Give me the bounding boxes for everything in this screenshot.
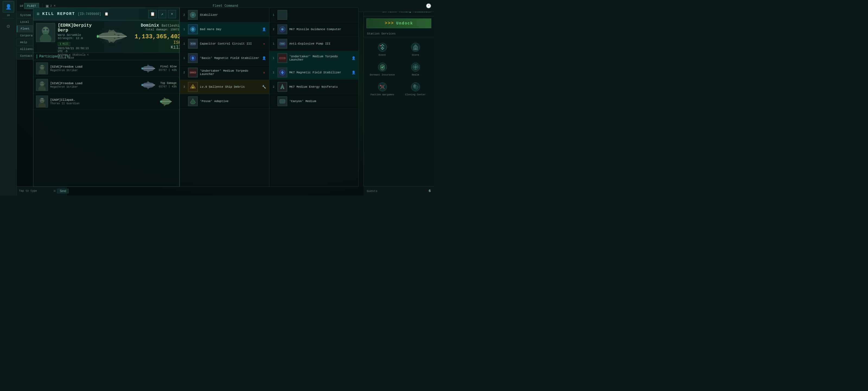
item-qty-l1: 2 xyxy=(183,13,186,17)
svg-point-18 xyxy=(42,66,44,67)
participant-avatar-3 xyxy=(36,95,48,108)
service-realm-label: Realm xyxy=(412,74,419,76)
item-icon-l5 xyxy=(188,67,198,77)
item-row-right-6[interactable]: 2 MK7 Medium Energy Nosferatu xyxy=(269,80,359,94)
fleet-command-label: Fleet Command xyxy=(213,4,238,8)
item-row-left-1[interactable]: 2 Stabilizer xyxy=(180,8,269,22)
item-icon-l1 xyxy=(188,10,198,20)
service-store[interactable]: Store xyxy=(399,39,432,59)
service-event[interactable]: Event xyxy=(366,39,399,59)
window-count: 2 xyxy=(50,4,52,8)
service-realm[interactable]: Realm xyxy=(399,59,432,79)
item-icon-r2 xyxy=(278,24,287,34)
avatar-placeholder xyxy=(36,23,55,42)
send-btn[interactable]: Send xyxy=(57,189,68,193)
item-icon-l7 xyxy=(188,96,198,106)
item-row-left-2[interactable]: 1 Bad Hare Day 👤 xyxy=(180,22,269,37)
kill-report-panel: ≡ KILL REPORT [ID:7499860] 📋 📋 ↗ × xyxy=(33,8,180,187)
item-row-left-5[interactable]: 2 'Undertaker' Medium Torpedo Launcher ✕ xyxy=(180,65,269,80)
service-cloning-icon xyxy=(410,81,421,92)
player-info: [EDRK]Derpity Derp Warp Scramble Strengt… xyxy=(58,23,92,50)
kill-value-area: Dominix Battleship Total damage: 150723 … xyxy=(132,23,181,50)
participant-avatar-2 xyxy=(36,79,48,91)
svg-point-79 xyxy=(380,85,381,86)
item-name-l1: Stabilizer xyxy=(200,13,267,17)
item-row-right-3[interactable]: 1 Anti-Explosive Pump III xyxy=(269,37,359,51)
clock-icon[interactable]: 🕐 xyxy=(426,3,431,9)
participant-ship-2: Megathron Striker xyxy=(50,86,138,88)
item-qty-l5: 2 xyxy=(183,71,186,74)
ship-image-area xyxy=(94,23,130,50)
participant-stats-2: Top Damage 65767 | 43% xyxy=(159,82,177,88)
participant-row[interactable]: [GIVE]Freedom Load Megathron Striker Fin… xyxy=(33,60,179,77)
service-insurance[interactable]: Dormant Insurance xyxy=(366,59,399,79)
item-row-right-1[interactable]: 1 xyxy=(269,8,359,22)
undock-btn[interactable]: >>> Undock xyxy=(367,19,431,28)
service-wargames[interactable]: Faction Wargames xyxy=(366,79,399,99)
clipboard-small-icon: 📋 xyxy=(104,12,108,16)
item-icon-l2 xyxy=(188,24,198,34)
service-event-icon xyxy=(377,42,388,53)
sidebar-settings[interactable]: ⚙ xyxy=(3,20,14,32)
svg-point-69 xyxy=(382,47,383,48)
participant-row-3[interactable]: [SAOF]Illapak. Thorax II Guardian xyxy=(33,93,179,110)
item-row-left-4[interactable]: 1 'Basic' Magnetic Field Stabilizer 👤 xyxy=(180,51,269,65)
chat-input[interactable] xyxy=(19,190,52,193)
item-row-right-7[interactable]: 'Canyon' Medium xyxy=(269,94,359,109)
service-insurance-label: Dormant Insurance xyxy=(370,74,395,76)
item-row-left-6[interactable]: 3 Lv.9 Gallente Ship Debris 🔧 xyxy=(180,80,269,94)
window-close-btn[interactable]: × xyxy=(54,4,56,8)
chat-input-area: ≡ Send xyxy=(17,186,67,196)
participant-blow-2: Top Damage xyxy=(159,82,177,85)
fleet-icon[interactable]: 👤 xyxy=(3,1,14,12)
item-name-r5: MK7 Magnetic Field Stabilizer xyxy=(289,71,349,74)
item-status-l2: 👤 xyxy=(262,27,267,31)
item-status-r4: 👤 xyxy=(351,56,355,60)
svg-point-5 xyxy=(46,29,48,30)
undock-label: Undock xyxy=(396,21,413,26)
participant-row-2[interactable]: [GIVE]Freedom Load Megathron Striker Top… xyxy=(33,77,179,93)
item-qty-r4: 1 xyxy=(272,57,275,60)
service-insurance-icon xyxy=(377,62,388,73)
right-panel: ✦ Tama VII - Moon 9 - Republic Security … xyxy=(364,0,434,196)
item-name-r3: Anti-Explosive Pump III xyxy=(289,42,356,45)
service-cloning-label: Cloning Center xyxy=(405,93,426,96)
chat-send-icon: ≡ xyxy=(54,189,56,193)
item-qty-r5: 1 xyxy=(272,71,275,74)
player-name: [EDRK]Derpity Derp xyxy=(58,23,92,33)
service-realm-icon xyxy=(410,62,421,73)
svg-point-17 xyxy=(40,66,41,67)
export-btn[interactable]: ↗ xyxy=(158,10,166,18)
menu-icon[interactable]: ≡ xyxy=(37,11,40,17)
item-row-left-3[interactable]: 1 Capacitor Control Circuit III ✕ xyxy=(180,37,269,51)
kill-info-area: [EDRK]Derpity Derp Warp Scramble Strengt… xyxy=(33,20,179,53)
participant-dmg-2: 65767 | 43% xyxy=(159,85,177,88)
item-name-l6: Lv.9 Gallente Ship Debris xyxy=(200,85,260,88)
participant-name-2: [GIVE]Freedom Load xyxy=(50,82,138,85)
svg-point-82 xyxy=(415,86,418,89)
kill-badge: 1 Kill xyxy=(58,42,70,46)
ship-class: Battleship xyxy=(162,24,181,28)
item-row-right-5[interactable]: 1 MK7 Magnetic Field Stabilizer 👤 xyxy=(269,65,359,80)
service-cloning[interactable]: Cloning Center xyxy=(399,79,432,99)
service-wargames-label: Faction Wargames xyxy=(371,93,394,96)
participant-avatar-1 xyxy=(36,62,48,75)
ship-name: Dominix xyxy=(141,23,159,28)
close-btn[interactable]: × xyxy=(168,10,176,18)
item-row-right-4[interactable]: 1 'Undertaker' Medium Torpedo Launcher 👤 xyxy=(269,51,359,65)
item-row-right-2[interactable]: 2 MK7 Missile Guidance Computer xyxy=(269,22,359,37)
svg-rect-53 xyxy=(278,11,286,19)
copy-btn[interactable]: 📋 xyxy=(148,10,156,18)
participant-ship-img-3 xyxy=(158,97,175,107)
item-qty-r3: 1 xyxy=(272,43,275,45)
item-row-left-7[interactable]: 'Posse' Adaptive xyxy=(180,94,269,109)
item-status-l5: ✕ xyxy=(262,70,267,75)
kill-time: 2022/08/21 20:50:13 UTC -5 xyxy=(58,47,92,53)
item-name-l2: Bad Hare Day xyxy=(200,28,260,31)
item-icon-r4 xyxy=(278,53,287,63)
item-name-l4: 'Basic' Magnetic Field Stabilizer xyxy=(200,56,260,60)
item-qty-l4: 1 xyxy=(183,57,186,60)
svg-point-24 xyxy=(40,83,41,84)
item-icon-l4 xyxy=(188,53,198,63)
participants-header: Participants [9] xyxy=(33,53,179,60)
